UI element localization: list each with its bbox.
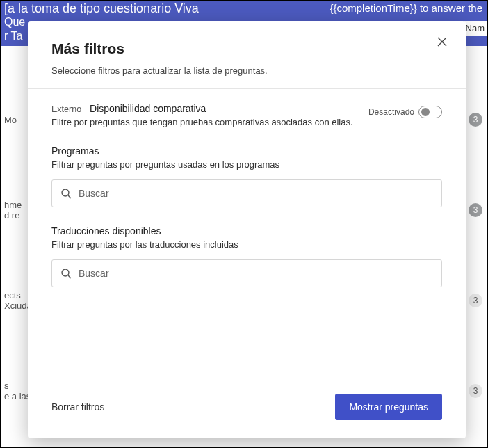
bg-row-badge: 3 [469,384,482,398]
modal-body: Externo Disponibilidad comparativa Filtr… [28,89,466,381]
programs-description: Filtrar preguntas por preguntas usadas e… [51,159,442,170]
bg-row-badge: 3 [469,294,482,307]
benchmark-title: Disponibilidad comparativa [90,103,206,114]
modal-header: Más filtros Seleccione filtros para actu… [28,21,466,88]
programs-search-input[interactable] [79,188,433,199]
modal-subtitle: Seleccione filtros para actualizar la li… [51,65,442,76]
close-button[interactable] [437,36,448,50]
close-icon [437,36,448,47]
translations-title: Traducciones disponibles [51,225,442,237]
modal-title: Más filtros [51,40,442,57]
benchmark-toggle[interactable] [418,106,442,118]
svg-point-0 [62,189,69,196]
search-icon [60,188,72,199]
bg-row-label: Mo [4,115,17,125]
translations-search-box[interactable] [51,259,442,287]
translations-search-input[interactable] [79,268,433,279]
benchmark-tag: Externo [51,104,81,114]
benchmark-toggle-wrap: Desactivado [368,106,442,118]
header-topright-fragment: {{completionTime}} to answer the [330,1,482,15]
clear-filters-button[interactable]: Borrar filtros [51,401,104,413]
programs-title: Programas [51,145,442,157]
translations-description: Filtrar preguntas por las traducciones i… [51,239,442,250]
bg-row-label: s e a las [4,381,31,401]
toggle-state-label: Desactivado [368,107,414,117]
search-icon [60,268,72,279]
programs-search-box[interactable] [51,179,442,207]
header-name-fragment: Nam [464,21,487,36]
show-questions-button[interactable]: Mostrar preguntas [335,394,442,420]
bg-row-badge: 3 [469,203,482,217]
bg-row-label: hme d re [4,200,22,221]
modal-footer: Borrar filtros Mostrar preguntas [28,381,466,438]
benchmark-section: Externo Disponibilidad comparativa Filtr… [51,103,442,127]
svg-point-1 [62,269,69,276]
more-filters-modal: Más filtros Seleccione filtros para actu… [28,21,466,438]
bg-row-badge: 3 [469,113,482,127]
programs-section: Programas Filtrar preguntas por pregunta… [51,145,442,207]
translations-section: Traducciones disponibles Filtrar pregunt… [51,225,442,287]
benchmark-description: Filtre por preguntas que tengan pruebas … [51,117,442,127]
